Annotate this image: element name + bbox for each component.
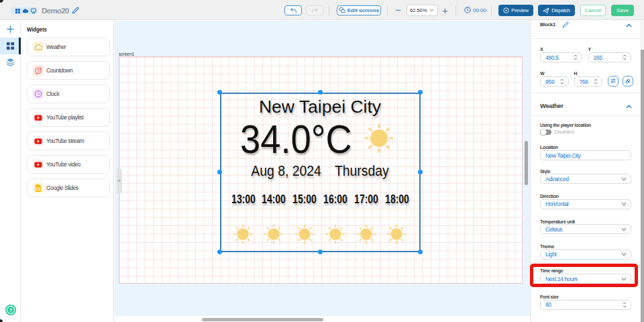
svg-text:?: ? bbox=[9, 307, 13, 313]
